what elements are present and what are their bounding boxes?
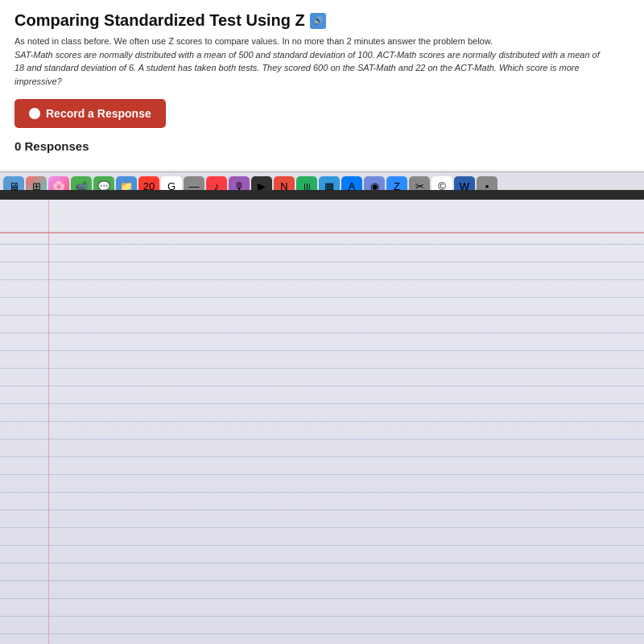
description-line1: As noted in class before. We often use Z… [14, 36, 493, 46]
notebook-line [0, 616, 644, 617]
notebook-line [0, 598, 644, 599]
notebook-line [0, 279, 644, 280]
title-text: Comparing Standardized Test Using Z [14, 11, 305, 30]
notebook-line [0, 262, 644, 262]
notebook-line [0, 439, 644, 440]
red-top-line [0, 232, 644, 233]
notebook-line [0, 386, 644, 386]
notebook-line [0, 350, 644, 351]
description-line2: SAT-Math scores are normally distributed… [14, 50, 600, 86]
responses-count: 0 Responses [14, 139, 630, 153]
notebook-line [0, 456, 644, 457]
notebook-line [0, 492, 644, 493]
notebook-line [0, 332, 644, 333]
notebook-line [0, 297, 644, 298]
notebook-line [0, 580, 644, 581]
red-margin-line [48, 200, 49, 644]
notebook-line [0, 545, 644, 546]
record-icon [29, 108, 40, 119]
description-block: As noted in class before. We often use Z… [14, 35, 610, 88]
laptop-screen: Comparing Standardized Test Using Z 🔊 As… [0, 0, 644, 193]
notebook-line [0, 368, 644, 369]
notebook-line [0, 315, 644, 316]
notebook-line [0, 563, 644, 564]
record-response-button[interactable]: Record a Response [14, 99, 166, 128]
notebook-line [0, 527, 644, 528]
notebook-line [0, 421, 644, 422]
record-button-label: Record a Response [46, 107, 151, 120]
notebook-line [0, 244, 644, 245]
notebook-line [0, 403, 644, 404]
notebook-lines [0, 200, 644, 644]
notebook-area [0, 200, 644, 644]
notebook-line [0, 510, 644, 510]
browser-content: Comparing Standardized Test Using Z 🔊 As… [0, 0, 644, 169]
notebook-line [0, 474, 644, 475]
notebook-line [0, 634, 644, 634]
sound-icon[interactable]: 🔊 [310, 13, 326, 29]
page-title: Comparing Standardized Test Using Z 🔊 [14, 11, 630, 30]
